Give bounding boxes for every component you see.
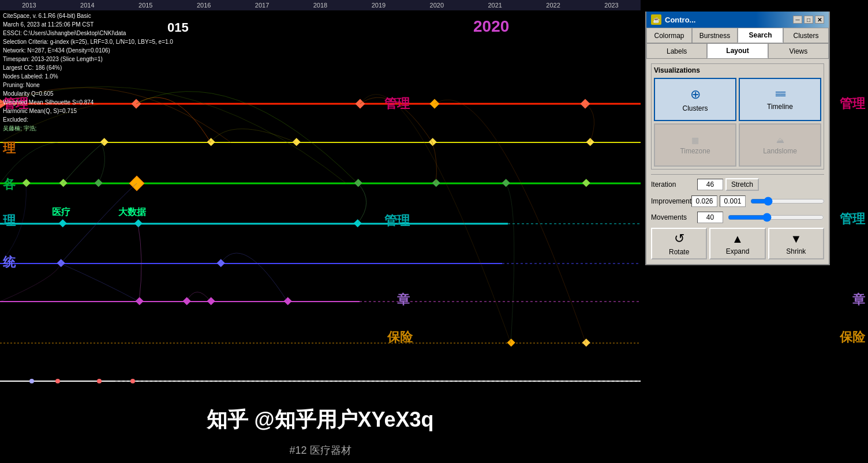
timeline-icon: ≡≡ <box>775 88 785 100</box>
tab-labels[interactable]: Labels <box>646 43 707 58</box>
label-tong-left: 统 <box>3 254 16 271</box>
bottom-tag: #12 医疗器材 <box>289 443 351 457</box>
svg-rect-7 <box>100 138 108 146</box>
timezone-icon: ▦ <box>691 135 699 145</box>
tab-views[interactable]: Views <box>768 43 829 58</box>
svg-rect-19 <box>502 179 510 187</box>
date-line: March 6, 2023 at 11:25:06 PM CST <box>3 20 173 29</box>
viz-clusters-card[interactable]: ⊕ Clusters <box>654 78 736 121</box>
movements-slider[interactable] <box>728 213 824 222</box>
action-buttons-row: ↺ Rotate ▲ Expand ▼ Shrink <box>651 228 824 259</box>
svg-point-42 <box>55 379 60 383</box>
rotate-icon: ↺ <box>674 231 684 246</box>
network-line: Network: N=287, E=434 (Density=0.0106) <box>3 46 173 55</box>
ssci-line: ESSCI: C:\Users\Jishangbei\Desktop\CNKI\… <box>3 29 173 37</box>
shrink-button[interactable]: ▼ Shrink <box>768 228 824 259</box>
tab-row-2: Labels Layout Views <box>646 43 829 59</box>
close-button[interactable]: ✕ <box>815 16 824 24</box>
svg-rect-9 <box>293 138 301 146</box>
expand-button[interactable]: ▲ Expand <box>709 228 765 259</box>
movements-input[interactable] <box>697 212 723 223</box>
maximize-button[interactable]: □ <box>804 16 813 24</box>
improvement-slider[interactable] <box>750 197 825 206</box>
rotate-button[interactable]: ↺ Rotate <box>651 228 707 259</box>
selection-line: Selection Criteria: g-index (k=25), LRF=… <box>3 37 173 46</box>
svg-rect-4 <box>581 99 590 109</box>
right-label-guanli2: 管理 <box>840 210 865 228</box>
viz-clusters-label: Clusters <box>682 104 708 112</box>
silhouette-line: Weighted Mean Silhouette S=0.874 <box>3 98 173 107</box>
title-bar: ☕ Contro... ─ □ ✕ <box>646 12 829 28</box>
tab-row-1: Colormap Burstness Search Clusters <box>646 28 829 43</box>
largest-cc-line: Largest CC: 186 (64%) <box>3 63 173 72</box>
year-2020-highlight: 2020 <box>473 17 509 36</box>
shrink-label: Shrink <box>786 247 806 255</box>
right-label-guanli: 管理 <box>840 95 865 112</box>
label-yiliao: 医疗 <box>52 206 70 219</box>
iteration-input[interactable] <box>697 179 723 190</box>
svg-rect-20 <box>582 179 590 187</box>
svg-point-41 <box>29 379 34 383</box>
watermark-text: 知乎 @知乎用户XYeX3q <box>207 406 433 434</box>
svg-point-44 <box>130 379 135 383</box>
svg-rect-37 <box>507 338 515 347</box>
label-dashuju: 大数据 <box>118 206 146 219</box>
viz-landslome-card[interactable]: ⛰ Landslome <box>739 123 821 167</box>
excluded-label: Excluded: <box>3 115 173 124</box>
tab-layout[interactable]: Layout <box>707 43 768 58</box>
svg-rect-13 <box>23 179 31 187</box>
tab-burstness[interactable]: Burstness <box>692 28 738 43</box>
minimize-button[interactable]: ─ <box>793 16 802 24</box>
improvement-label: Improvement <box>651 197 691 205</box>
shrink-icon: ▼ <box>790 232 802 246</box>
label-guanli-right: 管理 <box>384 95 410 112</box>
label-baoxian-right: 保险 <box>387 329 413 346</box>
svg-rect-23 <box>59 219 67 227</box>
visualizations-section: Visualizations ⊕ Clusters ≡≡ Timeline ▦ … <box>651 63 824 170</box>
movements-row: Movements <box>651 212 824 223</box>
panel-content: Visualizations ⊕ Clusters ≡≡ Timeline ▦ … <box>646 59 829 264</box>
info-overlay: CiteSpace, v. 6.1.R6 (64-bit) Basic Marc… <box>3 12 173 133</box>
year-2015-highlight: 015 <box>167 20 189 35</box>
pruning-line: Pruning: None <box>3 81 173 89</box>
movements-label: Movements <box>651 213 697 221</box>
svg-rect-11 <box>586 138 594 146</box>
tab-search[interactable]: Search <box>738 28 783 43</box>
stretch-button[interactable]: Stretch <box>725 178 759 191</box>
tab-colormap[interactable]: Colormap <box>646 28 692 43</box>
label-li-left: 理 <box>3 140 16 157</box>
svg-rect-38 <box>582 338 590 347</box>
viz-timezone-card[interactable]: ▦ Timezone <box>654 123 736 167</box>
svg-rect-10 <box>429 138 437 146</box>
rotate-label: Rotate <box>669 248 689 256</box>
svg-rect-35 <box>284 297 292 305</box>
control-panel-window: ☕ Contro... ─ □ ✕ Colormap Burstness Sea… <box>645 12 830 265</box>
viz-timeline-card[interactable]: ≡≡ Timeline <box>739 78 821 121</box>
right-label-baoxian: 保险 <box>840 329 865 346</box>
label-li2-left: 理 <box>3 212 16 229</box>
panel-separator-1 <box>651 174 824 175</box>
label-ge-left: 各 <box>3 176 16 193</box>
viz-section-title: Visualizations <box>654 66 821 74</box>
version-line: CiteSpace, v. 6.1.R6 (64-bit) Basic <box>3 12 173 20</box>
improvement-row: Improvement <box>651 195 824 207</box>
svg-point-43 <box>97 379 102 383</box>
landslome-icon: ⛰ <box>776 135 784 145</box>
timespan-line: Timespan: 2013-2023 (Slice Length=1) <box>3 55 173 63</box>
label-guanli-right2: 管理 <box>384 212 410 229</box>
harmonic-line: Harmonic Mean(Q, S)=0.715 <box>3 107 173 115</box>
viz-timezone-label: Timezone <box>680 147 710 155</box>
excluded-names: 吴藤楠; 宇浩; <box>3 124 173 133</box>
tab-clusters[interactable]: Clusters <box>783 28 829 43</box>
iteration-label: Iteration <box>651 180 697 189</box>
label-zhang-right: 章 <box>397 291 410 308</box>
main-visualization: 2013 2014 2015 2016 2017 2018 2019 2020 … <box>0 0 641 463</box>
iteration-row: Iteration Stretch <box>651 178 824 191</box>
improvement-input-2[interactable] <box>720 195 746 207</box>
clusters-icon: ⊕ <box>690 87 701 102</box>
panel-title: Contro... <box>665 16 791 24</box>
svg-rect-34 <box>207 297 215 305</box>
app-icon: ☕ <box>651 14 661 25</box>
improvement-input-1[interactable] <box>691 195 717 207</box>
viz-timeline-label: Timeline <box>767 103 793 111</box>
